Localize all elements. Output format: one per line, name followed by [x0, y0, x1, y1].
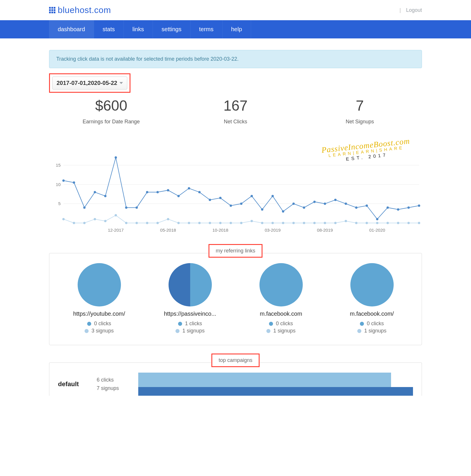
- svg-point-32: [272, 195, 274, 197]
- svg-point-30: [251, 195, 253, 197]
- svg-text:15: 15: [56, 163, 61, 168]
- stat-signups-value: 7: [298, 97, 422, 114]
- svg-point-17: [115, 156, 117, 159]
- svg-point-58: [177, 222, 180, 224]
- brand-text: bluehost.com: [58, 5, 111, 15]
- logout-link[interactable]: Logout: [406, 7, 422, 13]
- stat-clicks-value: 167: [173, 97, 298, 114]
- nav-links[interactable]: links: [124, 20, 153, 38]
- referring-links-panel: my referring links https://youtube.com/0…: [49, 253, 422, 345]
- top-campaigns-panel: top campaigns default6 clicks7 signups: [49, 362, 422, 396]
- stat-signups-label: Net Signups: [298, 119, 422, 125]
- svg-point-29: [240, 202, 242, 205]
- referring-link-url: https://passiveinco...: [149, 310, 231, 317]
- svg-point-15: [94, 191, 96, 193]
- svg-point-20: [146, 191, 148, 193]
- stat-earnings-value: $600: [49, 97, 173, 114]
- referring-link-item[interactable]: m.facebook.com/0 clicks1 signups: [331, 263, 413, 335]
- top-divider: |: [399, 7, 401, 13]
- referring-link-signups: 1 signups: [149, 328, 231, 334]
- nav-help[interactable]: help: [223, 20, 251, 38]
- campaign-name: default: [58, 380, 87, 388]
- referring-link-signups: 1 signups: [240, 328, 322, 334]
- svg-point-54: [136, 222, 138, 224]
- svg-point-19: [136, 207, 138, 209]
- svg-point-16: [104, 195, 106, 197]
- svg-point-13: [73, 181, 75, 184]
- top-campaigns-legend: top campaigns: [211, 354, 259, 367]
- svg-point-61: [209, 222, 211, 224]
- svg-point-57: [167, 218, 169, 220]
- clicks-signups-chart: 5101512-201705-201810-201803-201908-2019…: [49, 151, 422, 235]
- svg-point-36: [313, 201, 316, 203]
- pie-icon: [169, 263, 212, 306]
- svg-point-50: [94, 218, 96, 220]
- svg-point-45: [408, 207, 410, 209]
- svg-point-79: [397, 222, 399, 224]
- brand-logo[interactable]: bluehost.com: [49, 5, 111, 15]
- pie-icon: [259, 263, 303, 306]
- dot-signups-icon: [357, 329, 361, 333]
- referring-link-clicks: 0 clicks: [58, 321, 140, 327]
- svg-point-42: [376, 218, 378, 220]
- campaign-bars: [138, 373, 413, 396]
- svg-point-27: [219, 197, 222, 199]
- nav-stats[interactable]: stats: [94, 20, 124, 38]
- svg-point-31: [261, 208, 263, 211]
- svg-point-44: [397, 208, 399, 211]
- dot-signups-icon: [85, 329, 89, 333]
- svg-point-80: [408, 222, 410, 224]
- svg-point-66: [261, 222, 263, 224]
- svg-point-73: [334, 222, 337, 224]
- campaign-stats: 6 clicks7 signups: [97, 376, 128, 393]
- campaign-row[interactable]: default6 clicks7 signups: [58, 373, 413, 396]
- svg-point-71: [313, 222, 316, 224]
- nav-dashboard[interactable]: dashboard: [49, 20, 94, 38]
- svg-point-75: [355, 222, 358, 224]
- referring-links-title: my referring links: [216, 248, 255, 254]
- svg-point-21: [156, 191, 159, 193]
- svg-point-69: [292, 222, 295, 224]
- date-range-selector[interactable]: 2017-07-01,2020-05-22: [52, 77, 127, 90]
- nav-settings[interactable]: settings: [153, 20, 190, 38]
- referring-link-item[interactable]: m.facebook.com0 clicks1 signups: [240, 263, 322, 335]
- svg-point-74: [345, 220, 347, 222]
- svg-point-33: [282, 210, 284, 213]
- pie-icon: [78, 263, 121, 306]
- referring-link-clicks: 0 clicks: [240, 321, 322, 327]
- svg-point-51: [104, 220, 106, 222]
- referring-link-item[interactable]: https://youtube.com/0 clicks3 signups: [58, 263, 140, 335]
- referring-links-legend: my referring links: [208, 244, 262, 258]
- svg-point-25: [198, 191, 201, 193]
- pie-icon: [350, 263, 394, 306]
- svg-point-56: [156, 222, 159, 224]
- svg-point-26: [209, 199, 211, 201]
- svg-text:5: 5: [58, 201, 61, 206]
- svg-point-72: [324, 222, 326, 224]
- info-notice: Tracking click data is not available for…: [49, 50, 422, 68]
- svg-point-48: [73, 222, 75, 224]
- svg-point-39: [345, 202, 347, 205]
- svg-point-53: [125, 222, 127, 224]
- nav-terms[interactable]: terms: [190, 20, 223, 38]
- referring-link-url: https://youtube.com/: [58, 310, 140, 317]
- referring-link-url: m.facebook.com: [240, 310, 322, 317]
- svg-point-70: [303, 222, 305, 224]
- referring-link-item[interactable]: https://passiveinco...1 clicks1 signups: [149, 263, 231, 335]
- svg-point-35: [303, 207, 305, 209]
- svg-point-18: [125, 207, 127, 209]
- svg-point-52: [115, 214, 117, 216]
- svg-point-43: [386, 207, 389, 209]
- svg-point-24: [188, 187, 190, 189]
- logo-grid-icon: [49, 7, 55, 13]
- stat-clicks: 167 Net Clicks: [173, 97, 298, 125]
- svg-point-41: [366, 204, 368, 207]
- referring-link-clicks: 1 clicks: [149, 321, 231, 327]
- stat-signups: 7 Net Signups: [298, 97, 422, 125]
- dot-clicks-icon: [87, 322, 91, 326]
- svg-text:05-2018: 05-2018: [160, 228, 176, 233]
- dot-clicks-icon: [360, 322, 364, 326]
- svg-text:08-2019: 08-2019: [317, 228, 333, 233]
- svg-point-28: [230, 204, 232, 207]
- top-campaigns-title: top campaigns: [218, 357, 252, 363]
